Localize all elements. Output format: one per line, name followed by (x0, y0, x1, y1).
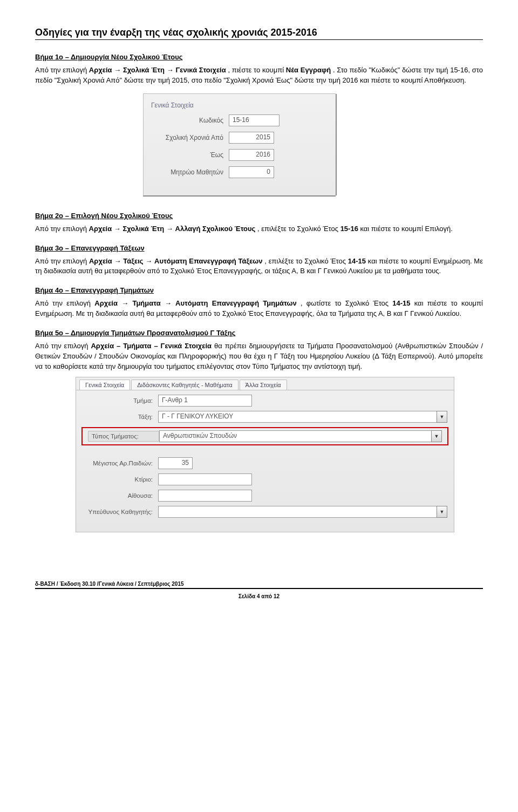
label-max-students: Μέγιστος Αρ.Παιδιών: (83, 460, 158, 466)
menu-path-part: Τάξεις (123, 257, 143, 265)
text: Από την επιλογή (35, 342, 91, 350)
menu-path-part: Αυτόματη Επανεγγραφή Τμημάτων (175, 299, 297, 307)
menu-path-part: Γενικά Στοιχεία (175, 66, 226, 74)
label-year-from: Σχολική Χρονιά Από (148, 134, 229, 141)
select-type[interactable]: Ανθρωπιστικών Σπουδών (159, 430, 432, 442)
text: , επιλέξτε το Σχολικό Έτος (264, 257, 347, 265)
menu-path-part: Τμήματα (132, 299, 160, 307)
year-value: 14-15 (348, 257, 366, 265)
row-taxi: Τάξη: Γ - Γ ΓΕΝΙΚΟΥ ΛΥΚΕΙΟΥ ▼ (76, 411, 454, 423)
label-code: Κωδικός (148, 117, 229, 124)
menu-path-part: Σχολικά Έτη (123, 66, 165, 74)
general-info-form-screenshot: Γενικά Στοιχεία Κωδικός 15-16 Σχολική Χρ… (143, 93, 336, 197)
menu-path-part: Αρχεία (94, 299, 118, 307)
step1-paragraph: Από την επιλογή Αρχεία → Σχολικά Έτη → Γ… (35, 65, 483, 86)
step5-paragraph: Από την επιλογή Αρχεία – Τμήματα – Γενικ… (35, 341, 483, 372)
form-row-year-to: Έως 2016 (148, 149, 331, 161)
page-number: Σελίδα 4 από 12 (35, 593, 483, 599)
step2-header: Βήμα 2ο – Επιλογή Νέου Σχολικού Έτους (35, 212, 483, 220)
footer-divider (35, 588, 483, 590)
row-teacher: Υπεύθυνος Καθηγητής: ▼ (76, 506, 454, 518)
input-year-to[interactable]: 2016 (229, 149, 274, 161)
menu-path-part: Αρχεία – Τμήματα – Γενικά Στοιχεία (91, 342, 212, 350)
button-name: Νέα Εγγραφή (286, 66, 331, 74)
row-room: Αίθουσα: (76, 490, 454, 502)
tab-bar: Γενικά Στοιχεία Διδάσκοντες Καθηγητές - … (76, 377, 454, 390)
arrow-icon: → (165, 299, 175, 307)
input-tmima[interactable]: Γ-Ανθρ 1 (158, 395, 252, 407)
menu-path-part: Αρχεία (89, 257, 112, 265)
text: Από την επιλογή (35, 299, 94, 307)
row-tmima: Τμήμα: Γ-Ανθρ 1 (76, 395, 454, 407)
text: Από την επιλογή (35, 225, 89, 233)
menu-path-part: Σχολικά Έτη (122, 225, 164, 233)
input-building[interactable] (158, 473, 252, 485)
tab-general[interactable]: Γενικά Στοιχεία (79, 380, 130, 390)
arrow-icon: → (145, 257, 154, 265)
input-max-students[interactable]: 35 (158, 457, 193, 469)
menu-path-part: Αρχεία (89, 225, 112, 233)
label-building: Κτίριο: (83, 476, 158, 483)
footer: δ-ΒΑΣΗ / Έκδοση 30.10 /Γενικά Λύκεια / Σ… (35, 581, 483, 599)
section-form-screenshot: Γενικά Στοιχεία Διδάσκοντες Καθηγητές - … (76, 377, 454, 532)
year-value: 14-15 (392, 299, 410, 307)
row-max-students: Μέγιστος Αρ.Παιδιών: 35 (76, 457, 454, 469)
tab-other[interactable]: Άλλα Στοιχεία (240, 380, 287, 390)
text: , φωτίστε το Σχολικό Έτος (301, 299, 392, 307)
form-row-registry: Μητρώο Μαθητών 0 (148, 166, 331, 178)
tab-teachers[interactable]: Διδάσκοντες Καθηγητές - Μαθήματα (131, 380, 238, 390)
arrow-icon: → (114, 66, 123, 74)
menu-path-part: Αυτόματη Επανεγγραφή Τάξεων (154, 257, 262, 265)
text: , επιλέξτε το Σχολικό Έτος (257, 225, 340, 233)
step1-header: Βήμα 1ο – Δημιουργία Νέου Σχολικού Έτους (35, 53, 483, 61)
arrow-icon: → (114, 225, 123, 233)
step3-header: Βήμα 3ο – Επανεγγραφή Τάξεων (35, 244, 483, 252)
label-type: Τύπος Τμήματος: (88, 431, 159, 442)
input-room[interactable] (158, 490, 252, 502)
chevron-down-icon[interactable]: ▼ (431, 430, 442, 442)
menu-path-part: Αλλαγή Σχολικού Έτους (175, 225, 256, 233)
label-room: Αίθουσα: (83, 492, 158, 499)
chevron-down-icon[interactable]: ▼ (437, 411, 447, 423)
page-title: Οδηγίες για την έναρξη της νέας σχολικής… (35, 27, 483, 40)
text: , πιέστε το κουμπί (228, 66, 285, 74)
text: Από την επιλογή (35, 257, 89, 265)
label-teacher: Υπεύθυνος Καθηγητής: (83, 509, 158, 515)
select-taxi[interactable]: Γ - Γ ΓΕΝΙΚΟΥ ΛΥΚΕΙΟΥ (158, 411, 437, 423)
step4-header: Βήμα 4ο – Επανεγγραφή Τμημάτων (35, 286, 483, 294)
arrow-icon: → (166, 225, 175, 233)
arrow-icon: → (167, 66, 176, 74)
form-section-title: Γενικά Στοιχεία (151, 102, 331, 109)
arrow-icon: → (114, 257, 123, 265)
step3-paragraph: Από την επιλογή Αρχεία → Τάξεις → Αυτόμα… (35, 256, 483, 277)
step4-paragraph: Από την επιλογή Αρχεία → Τμήματα → Αυτόμ… (35, 299, 483, 319)
row-building: Κτίριο: (76, 473, 454, 485)
year-value: 15-16 (340, 225, 358, 233)
footer-version-line: δ-ΒΑΣΗ / Έκδοση 30.10 /Γενικά Λύκεια / Σ… (35, 581, 483, 587)
input-code[interactable]: 15-16 (229, 114, 280, 126)
text: Από την επιλογή (35, 66, 89, 74)
input-year-from[interactable]: 2015 (229, 132, 274, 144)
text: και πιέστε το κουμπί Επιλογή. (360, 225, 453, 233)
form-row-code: Κωδικός 15-16 (148, 114, 331, 126)
menu-path-part: Αρχεία (89, 66, 112, 74)
label-year-to: Έως (148, 151, 229, 159)
label-taxi: Τάξη: (83, 414, 158, 420)
arrow-icon: → (121, 299, 132, 307)
highlighted-row-type: Τύπος Τμήματος: Ανθρωπιστικών Σπουδών ▼ (81, 427, 448, 445)
label-tmima: Τμήμα: (83, 397, 158, 404)
chevron-down-icon[interactable]: ▼ (437, 506, 447, 518)
form-row-year-from: Σχολική Χρονιά Από 2015 (148, 132, 331, 144)
input-registry[interactable]: 0 (229, 166, 274, 178)
step5-header: Βήμα 5ο – Δημιουργία Τμημάτων Προσανατολ… (35, 329, 483, 337)
label-registry: Μητρώο Μαθητών (148, 168, 229, 176)
step2-paragraph: Από την επιλογή Αρχεία → Σχολικά Έτη → Α… (35, 224, 483, 234)
select-teacher[interactable] (158, 506, 437, 518)
